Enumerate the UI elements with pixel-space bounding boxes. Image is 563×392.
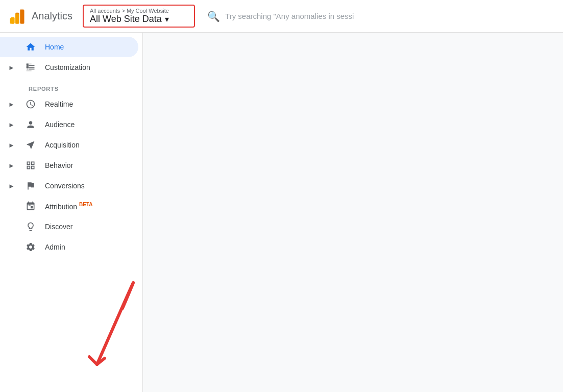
admin-icon (25, 242, 37, 252)
realtime-icon (25, 99, 37, 109)
discover-label: Discover (45, 223, 72, 231)
acquisition-chevron: ► (8, 141, 16, 149)
sidebar-item-home[interactable]: Home (0, 37, 138, 57)
sidebar: Home ► Customization REPORTS ► Realtime … (0, 33, 143, 392)
property-name: All Web Site Data (90, 14, 162, 24)
sidebar-item-realtime[interactable]: ► Realtime (0, 94, 138, 114)
sidebar-item-audience[interactable]: ► Audience (0, 114, 138, 135)
sidebar-item-behavior[interactable]: ► Behavior (0, 155, 138, 176)
search-area: 🔍 Try searching "Any anomalies in sessi (207, 10, 555, 22)
main-layout: Home ► Customization REPORTS ► Realtime … (0, 33, 563, 392)
home-label: Home (45, 43, 64, 51)
reports-section-label: REPORTS (0, 78, 142, 94)
audience-label: Audience (45, 120, 75, 129)
app-header: Analytics All accounts > My Cool Website… (0, 0, 563, 33)
behavior-chevron: ► (8, 162, 16, 169)
svg-rect-7 (27, 66, 29, 68)
behavior-label: Behavior (45, 161, 73, 169)
admin-label: Admin (45, 243, 65, 251)
svg-rect-4 (15, 13, 19, 23)
analytics-title: Analytics (32, 10, 72, 22)
realtime-label: Realtime (45, 100, 73, 108)
sidebar-item-conversions[interactable]: ► Conversions (0, 176, 138, 196)
search-hint-text: Try searching "Any anomalies in sessi (225, 12, 354, 20)
discover-icon (25, 222, 37, 232)
logo-area: Analytics (8, 7, 72, 26)
svg-rect-5 (20, 10, 24, 23)
attribution-label: AttributionBETA (45, 202, 93, 211)
breadcrumb: All accounts > My Cool Website (90, 8, 188, 14)
sidebar-item-discover[interactable]: Discover (0, 216, 138, 237)
customization-chevron: ► (8, 64, 16, 71)
home-icon (25, 42, 37, 52)
conversions-label: Conversions (45, 182, 85, 190)
dropdown-arrow-icon: ▾ (165, 14, 169, 24)
audience-icon (25, 119, 37, 130)
conversions-icon (25, 181, 37, 191)
property-selector[interactable]: All accounts > My Cool Website All Web S… (83, 5, 195, 28)
search-icon[interactable]: 🔍 (207, 10, 220, 22)
sidebar-item-customization[interactable]: ► Customization (0, 57, 138, 78)
audience-chevron: ► (8, 121, 16, 129)
acquisition-icon (25, 140, 37, 150)
property-name-row: All Web Site Data ▾ (90, 14, 188, 24)
svg-rect-6 (27, 64, 29, 66)
beta-badge: BETA (79, 202, 92, 207)
customization-icon (25, 62, 37, 72)
sidebar-item-admin[interactable]: Admin (0, 237, 138, 257)
main-content (143, 33, 563, 392)
customization-label: Customization (45, 63, 90, 71)
sidebar-item-attribution[interactable]: AttributionBETA (0, 196, 138, 216)
acquisition-label: Acquisition (45, 141, 80, 149)
svg-rect-3 (10, 18, 14, 23)
attribution-icon (25, 201, 37, 211)
conversions-chevron: ► (8, 182, 16, 190)
ga-logo-icon (8, 7, 27, 26)
behavior-icon (25, 160, 37, 170)
realtime-chevron: ► (8, 101, 16, 108)
sidebar-item-acquisition[interactable]: ► Acquisition (0, 135, 138, 155)
